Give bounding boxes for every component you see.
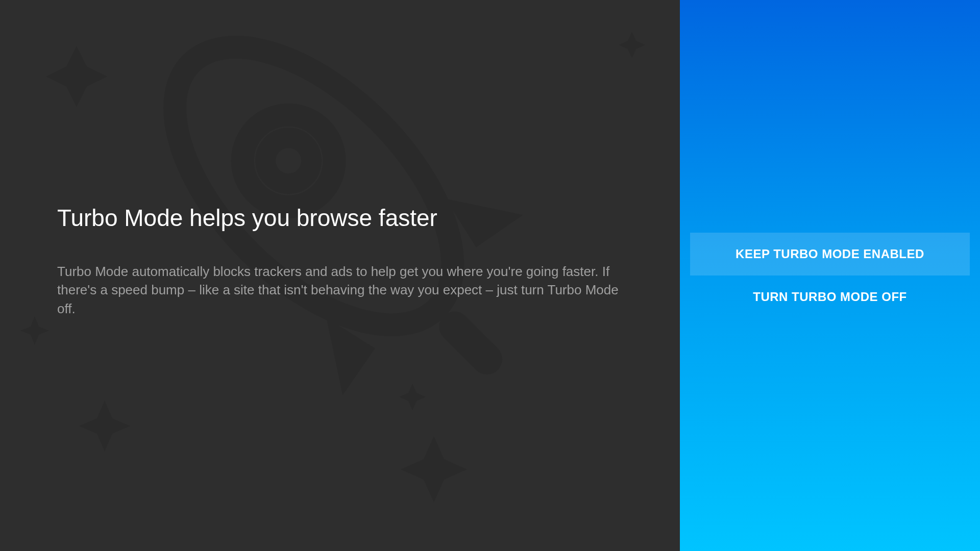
keep-turbo-enabled-button[interactable]: KEEP TURBO MODE ENABLED: [690, 233, 970, 276]
turn-turbo-off-button[interactable]: TURN TURBO MODE OFF: [690, 276, 970, 318]
page-description: Turbo Mode automatically blocks trackers…: [57, 262, 623, 318]
page-title: Turbo Mode helps you browse faster: [57, 204, 623, 232]
svg-point-2: [256, 129, 321, 193]
action-panel: KEEP TURBO MODE ENABLED TURN TURBO MODE …: [680, 0, 980, 551]
main-content-panel: Turbo Mode helps you browse faster Turbo…: [0, 0, 680, 551]
